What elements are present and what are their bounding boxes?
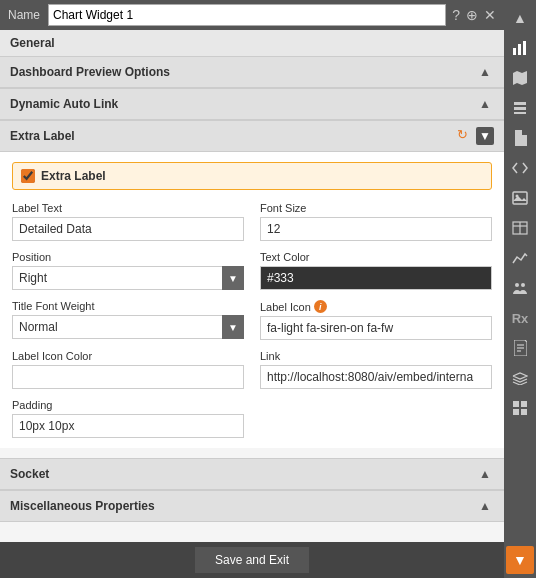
svg-rect-4 xyxy=(514,107,526,110)
label-icon-group: Label Icon i xyxy=(260,300,492,340)
label-text-input[interactable] xyxy=(12,217,244,241)
svg-rect-0 xyxy=(513,48,516,55)
label-icon-info-icon[interactable]: i xyxy=(314,300,327,313)
svg-rect-1 xyxy=(518,44,521,55)
svg-rect-17 xyxy=(521,401,527,407)
extra-label-collapse-icon[interactable]: ▼ xyxy=(476,127,494,145)
miscellaneous-section-header[interactable]: Miscellaneous Properties ▲ xyxy=(0,490,504,522)
dashboard-preview-icons: ▲ xyxy=(476,63,494,81)
title-font-weight-select-wrapper: Normal Bold Light ▼ xyxy=(12,315,244,339)
label-icon-color-input[interactable] xyxy=(12,365,244,389)
right-sidebar: ▲ xyxy=(504,0,536,578)
save-exit-button[interactable]: Save and Exit xyxy=(195,547,309,573)
sidebar-line-chart-icon[interactable] xyxy=(506,244,534,272)
link-group: Link xyxy=(260,350,492,389)
svg-point-12 xyxy=(521,283,525,287)
help-icon[interactable]: ? xyxy=(452,7,460,23)
extra-label-checkbox-label: Extra Label xyxy=(41,169,106,183)
general-label: General xyxy=(10,36,55,50)
title-font-weight-group: Title Font Weight Normal Bold Light ▼ xyxy=(12,300,244,340)
socket-label: Socket xyxy=(10,467,476,481)
dashboard-preview-label: Dashboard Preview Options xyxy=(10,65,476,79)
extra-label-checkbox[interactable] xyxy=(21,169,35,183)
miscellaneous-icons: ▲ xyxy=(476,497,494,515)
extra-label-refresh-icon[interactable]: ↻ xyxy=(457,127,468,145)
link-label: Link xyxy=(260,350,492,362)
sidebar-report-icon[interactable] xyxy=(506,334,534,362)
svg-rect-18 xyxy=(513,409,519,415)
socket-icons: ▲ xyxy=(476,465,494,483)
sidebar-code-icon[interactable] xyxy=(506,154,534,182)
label-icon-label: Label Icon xyxy=(260,301,311,313)
sidebar-map-icon[interactable] xyxy=(506,64,534,92)
sidebar-table-icon[interactable] xyxy=(506,214,534,242)
svg-rect-2 xyxy=(523,41,526,55)
close-icon[interactable]: ✕ xyxy=(484,7,496,23)
padding-label: Padding xyxy=(12,399,244,411)
position-select-wrapper: Right Left Center ▼ xyxy=(12,266,244,290)
dashboard-preview-collapse-icon[interactable]: ▲ xyxy=(476,63,494,81)
extra-label-content: Extra Label Label Text Font Size Positio… xyxy=(0,152,504,448)
link-input[interactable] xyxy=(260,365,492,389)
extra-label-section-label: Extra Label xyxy=(10,129,457,143)
sidebar-bar-chart-icon[interactable] xyxy=(506,34,534,62)
label-icon-input[interactable] xyxy=(260,316,492,340)
header-icons: ? ⊕ ✕ xyxy=(452,7,496,23)
position-group: Position Right Left Center ▼ xyxy=(12,251,244,290)
miscellaneous-label: Miscellaneous Properties xyxy=(10,499,476,513)
svg-point-11 xyxy=(515,283,519,287)
svg-rect-16 xyxy=(513,401,519,407)
dynamic-auto-link-label: Dynamic Auto Link xyxy=(10,97,476,111)
socket-section-header[interactable]: Socket ▲ xyxy=(0,458,504,490)
text-color-group: Text Color xyxy=(260,251,492,290)
svg-rect-3 xyxy=(514,102,526,105)
label-icon-color-group: Label Icon Color xyxy=(12,350,244,389)
text-color-label: Text Color xyxy=(260,251,492,263)
content-area: General Dashboard Preview Options ▲ Dyna… xyxy=(0,30,504,542)
sidebar-rx-icon[interactable]: Rx xyxy=(506,304,534,332)
sidebar-grid-icon[interactable] xyxy=(506,394,534,422)
move-icon[interactable]: ⊕ xyxy=(466,7,478,23)
dynamic-auto-link-icons: ▲ xyxy=(476,95,494,113)
sidebar-download-icon[interactable]: ▼ xyxy=(506,546,534,574)
sidebar-data-icon[interactable] xyxy=(506,94,534,122)
position-label: Position xyxy=(12,251,244,263)
extra-label-section-header[interactable]: Extra Label ↻ ▼ xyxy=(0,120,504,152)
socket-collapse-icon[interactable]: ▲ xyxy=(476,465,494,483)
font-size-input[interactable] xyxy=(260,217,492,241)
font-size-group: Font Size xyxy=(260,202,492,241)
dashboard-preview-section-header[interactable]: Dashboard Preview Options ▲ xyxy=(0,56,504,88)
text-color-input[interactable] xyxy=(260,266,492,290)
miscellaneous-collapse-icon[interactable]: ▲ xyxy=(476,497,494,515)
dynamic-auto-link-collapse-icon[interactable]: ▲ xyxy=(476,95,494,113)
widget-name-input[interactable] xyxy=(48,4,446,26)
bottom-bar: Save and Exit xyxy=(0,542,504,578)
label-icon-label-row: Label Icon i xyxy=(260,300,492,313)
svg-rect-19 xyxy=(521,409,527,415)
sidebar-group-icon[interactable] xyxy=(506,274,534,302)
dynamic-auto-link-section-header[interactable]: Dynamic Auto Link ▲ xyxy=(0,88,504,120)
label-icon-color-label: Label Icon Color xyxy=(12,350,244,362)
font-size-label: Font Size xyxy=(260,202,492,214)
padding-input[interactable] xyxy=(12,414,244,438)
sidebar-image-icon[interactable] xyxy=(506,184,534,212)
form-grid: Label Text Font Size Position Right Left xyxy=(12,202,492,438)
sidebar-layers-icon[interactable] xyxy=(506,364,534,392)
title-font-weight-label: Title Font Weight xyxy=(12,300,244,312)
title-font-weight-select[interactable]: Normal Bold Light xyxy=(12,315,244,339)
padding-group: Padding xyxy=(12,399,244,438)
header: Name ? ⊕ ✕ xyxy=(0,0,504,30)
position-select[interactable]: Right Left Center xyxy=(12,266,244,290)
svg-rect-5 xyxy=(514,112,526,114)
extra-label-section-icons: ↻ ▼ xyxy=(457,127,494,145)
label-text-group: Label Text xyxy=(12,202,244,241)
sidebar-file-icon[interactable] xyxy=(506,124,534,152)
name-label: Name xyxy=(8,8,40,22)
sidebar-collapse-icon[interactable]: ▲ xyxy=(506,4,534,32)
extra-label-checkbox-row: Extra Label xyxy=(12,162,492,190)
label-text-label: Label Text xyxy=(12,202,244,214)
general-section: General xyxy=(0,30,504,56)
